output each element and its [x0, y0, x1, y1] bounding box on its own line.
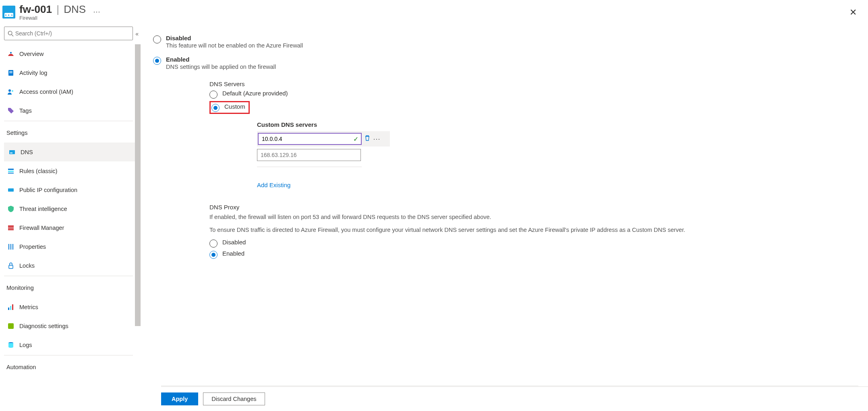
radio-icon[interactable]	[209, 91, 218, 99]
radio-description: DNS settings will be applied on the fire…	[166, 64, 276, 70]
dns-proxy-section: DNS Proxy If enabled, the firewall will …	[209, 204, 838, 259]
search-input[interactable]	[15, 30, 129, 37]
sidebar-item-label: Threat intelligence	[19, 206, 67, 212]
sidebar-item-firewall-manager[interactable]: Firewall Manager	[4, 218, 141, 237]
sidebar-item-label: Overview	[19, 51, 44, 57]
footer-actions: Apply Discard Changes	[161, 386, 868, 411]
dns-server-custom-option[interactable]: Custom	[211, 103, 245, 112]
page-header: fw-001 | DNS Firewall ⋯ ✕	[0, 0, 868, 25]
sidebar-item-dns[interactable]: DNS	[4, 143, 137, 161]
svg-point-0	[8, 31, 12, 35]
dns-enabled-option[interactable]: Enabled DNS settings will be applied on …	[153, 56, 858, 70]
rules-icon	[6, 167, 15, 176]
sidebar-item-label: Properties	[19, 244, 46, 250]
collapse-sidebar-icon[interactable]: «	[135, 31, 139, 37]
sidebar-item-label: Diagnostic settings	[19, 323, 68, 329]
proxy-enabled-option[interactable]: Enabled	[209, 250, 838, 259]
radio-icon[interactable]	[209, 251, 218, 259]
sidebar-header-settings: Settings	[4, 124, 141, 143]
radio-label: Enabled	[222, 250, 244, 257]
sidebar-item-label: Locks	[19, 262, 35, 269]
svg-rect-4	[9, 71, 12, 72]
dns-server-input[interactable]	[258, 133, 362, 145]
svg-rect-19	[12, 244, 13, 250]
dns-icon	[8, 148, 17, 157]
sidebar-item-label: Activity log	[19, 70, 47, 76]
svg-rect-12	[8, 173, 14, 173]
checkmark-icon: ✓	[353, 135, 358, 143]
section-name: DNS	[64, 3, 86, 15]
radio-icon[interactable]	[209, 240, 218, 248]
dns-server-default-option[interactable]: Default (Azure provided)	[209, 90, 858, 99]
svg-rect-15	[8, 227, 14, 227]
diagnostic-icon	[6, 322, 15, 330]
svg-rect-23	[12, 304, 13, 310]
access-control-icon	[6, 87, 15, 96]
radio-icon[interactable]	[153, 35, 161, 43]
dns-server-new-input[interactable]	[257, 149, 361, 161]
radio-icon[interactable]	[153, 57, 161, 65]
sidebar-item-properties[interactable]: Properties	[4, 237, 141, 256]
title-block: fw-001 | DNS Firewall	[19, 3, 86, 21]
sidebar-item-metrics[interactable]: Metrics	[4, 297, 141, 316]
logs-icon	[6, 341, 15, 349]
svg-rect-24	[8, 323, 14, 329]
sidebar-item-tags[interactable]: Tags	[4, 101, 141, 120]
resource-name: fw-001	[19, 3, 52, 15]
dns-proxy-header: DNS Proxy	[209, 204, 838, 211]
properties-icon	[6, 242, 15, 251]
sidebar-item-diagnostic[interactable]: Diagnostic settings	[4, 316, 141, 335]
radio-icon[interactable]	[211, 104, 220, 112]
custom-dns-header: Custom DNS servers	[257, 121, 858, 128]
page-title: fw-001 | DNS	[19, 3, 86, 16]
svg-rect-9	[10, 153, 12, 153]
svg-point-7	[12, 90, 13, 92]
overview-icon	[6, 50, 15, 58]
sidebar-item-locks[interactable]: Locks	[4, 256, 141, 275]
svg-rect-17	[8, 244, 9, 250]
radio-label: Enabled	[166, 56, 276, 63]
svg-rect-18	[10, 244, 11, 250]
nav-scroll[interactable]: Overview Activity log Access control (IA…	[4, 44, 141, 411]
add-existing-link[interactable]: Add Existing	[257, 182, 290, 188]
discard-button[interactable]: Discard Changes	[203, 392, 265, 405]
threat-icon	[6, 204, 15, 213]
search-input-wrap[interactable]	[4, 27, 133, 40]
tags-icon	[6, 106, 15, 115]
sidebar-item-label: Tags	[19, 107, 32, 114]
dns-proxy-desc2: To ensure DNS traffic is directed to Azu…	[209, 226, 838, 235]
proxy-disabled-option[interactable]: Disabled	[209, 239, 838, 248]
scrollbar[interactable]	[135, 44, 141, 326]
more-actions-icon[interactable]: ⋯	[93, 7, 100, 16]
custom-dns-section: Custom DNS servers ✓ ⋯ Add Existing	[257, 121, 858, 188]
dns-disabled-option[interactable]: Disabled This feature will not be enable…	[153, 35, 858, 49]
metrics-icon	[6, 303, 15, 312]
sidebar-item-rules[interactable]: Rules (classic)	[4, 161, 141, 180]
svg-rect-16	[8, 229, 14, 229]
svg-point-2	[10, 52, 12, 54]
svg-rect-8	[9, 150, 15, 154]
radio-label: Disabled	[222, 239, 246, 246]
sidebar-item-logs[interactable]: Logs	[4, 335, 141, 354]
sidebar-item-threat[interactable]: Threat intelligence	[4, 199, 141, 218]
content-pane: Disabled This feature will not be enable…	[141, 25, 868, 411]
dns-server-placeholder-row	[257, 147, 858, 161]
close-icon[interactable]: ✕	[849, 7, 857, 18]
delete-icon[interactable]	[364, 135, 371, 143]
sidebar-item-access-control[interactable]: Access control (IAM)	[4, 82, 141, 101]
sidebar-header-automation: Automation	[4, 358, 141, 377]
sidebar-item-public-ip[interactable]: Public IP configuration	[4, 180, 141, 199]
more-icon[interactable]: ⋯	[373, 134, 381, 143]
locks-icon	[6, 261, 15, 270]
svg-rect-20	[9, 265, 13, 268]
apply-button[interactable]: Apply	[161, 392, 198, 405]
svg-rect-5	[9, 72, 12, 73]
svg-rect-13	[8, 188, 14, 192]
dns-proxy-desc1: If enabled, the firewall will listen on …	[209, 213, 838, 222]
sidebar-item-activity-log[interactable]: Activity log	[4, 63, 141, 82]
svg-point-6	[8, 89, 11, 92]
dns-servers-section: DNS Servers Default (Azure provided) Cus…	[209, 81, 858, 188]
sidebar-item-overview[interactable]: Overview	[4, 44, 141, 63]
firewall-manager-icon	[6, 223, 15, 232]
svg-rect-10	[8, 169, 14, 170]
